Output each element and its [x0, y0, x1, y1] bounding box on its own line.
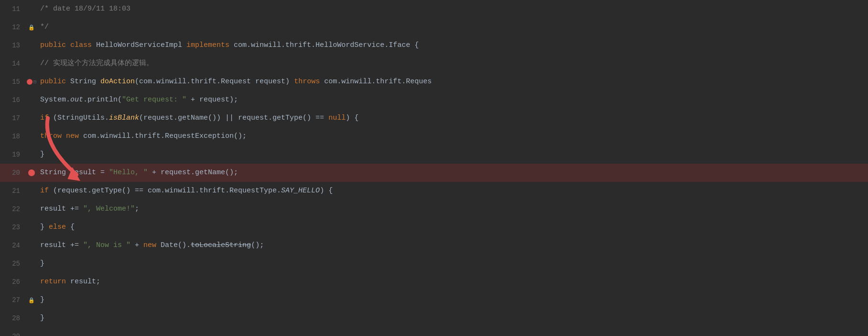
code-content: */ — [38, 18, 868, 36]
code-line: 21 if (request.getType() == com.winwill.… — [0, 182, 868, 200]
lock-icon: 🔒 — [28, 24, 35, 31]
code-content: } — [38, 146, 868, 164]
code-line: 26 return result; — [0, 273, 868, 291]
code-line: 11 /* date 18/9/11 18:03 — [0, 0, 868, 18]
code-line: 23 } else { — [0, 218, 868, 236]
code-line: 17 if (StringUtils.isBlank(request.getNa… — [0, 109, 868, 127]
code-line: 20 String result = "Hello, " + request.g… — [0, 164, 868, 182]
fold-icon: ⊟ — [33, 79, 36, 85]
line-number: 21 — [0, 187, 25, 195]
code-line: 22 result += ", Welcome!"; — [0, 200, 868, 218]
line-number: 15 — [0, 78, 25, 86]
code-content: } else { — [38, 218, 868, 236]
code-content: // 实现这个方法完成具体的逻辑。 — [38, 55, 868, 73]
fold-icon: 🔒 — [28, 297, 35, 303]
line-gutter: 🔒 — [25, 24, 38, 31]
code-content: result += ", Now is " + new Date().toLoc… — [38, 236, 868, 255]
code-content: result += ", Welcome!"; — [38, 200, 868, 218]
code-line: 19 } — [0, 146, 868, 164]
line-number: 26 — [0, 278, 25, 286]
line-number: 11 — [0, 5, 25, 13]
code-line: 16 System.out.println("Get request: " + … — [0, 91, 868, 109]
line-number: 16 — [0, 96, 25, 104]
code-line: 18 throw new com.winwill.thrift.RequestE… — [0, 127, 868, 146]
code-line: 12🔒 */ — [0, 18, 868, 36]
code-line: 25 } — [0, 255, 868, 273]
code-lines: 11 /* date 18/9/11 18:0312🔒 */13 public … — [0, 0, 868, 336]
code-content: return result; — [38, 273, 868, 291]
code-content: if (StringUtils.isBlank(request.getName(… — [38, 109, 868, 127]
line-number: 29 — [0, 333, 25, 336]
code-content: if (request.getType() == com.winwill.thr… — [38, 182, 868, 200]
line-number: 20 — [0, 169, 25, 177]
code-content: public String doAction(com.winwill.thrif… — [38, 73, 868, 91]
code-line: 29 — [0, 327, 868, 336]
line-number: 28 — [0, 314, 25, 322]
breakpoint-dot[interactable] — [28, 169, 35, 176]
line-number: 18 — [0, 133, 25, 140]
code-line: 27🔒 } — [0, 291, 868, 309]
line-number: 22 — [0, 205, 25, 213]
code-content: throw new com.winwill.thrift.RequestExce… — [38, 127, 868, 146]
code-content: /* date 18/9/11 18:03 — [38, 0, 868, 18]
line-gutter: ⊟ — [25, 79, 38, 85]
code-content: String result = "Hello, " + request.getN… — [38, 164, 868, 182]
line-number: 14 — [0, 60, 25, 67]
line-number: 17 — [0, 114, 25, 122]
line-number: 19 — [0, 151, 25, 158]
line-number: 27 — [0, 296, 25, 304]
line-number: 23 — [0, 224, 25, 231]
code-content: System.out.println("Get request: " + req… — [38, 91, 868, 109]
line-number: 25 — [0, 260, 25, 268]
line-number: 24 — [0, 242, 25, 249]
code-editor: 11 /* date 18/9/11 18:0312🔒 */13 public … — [0, 0, 868, 336]
code-line: 15 ⊟ public String doAction(com.winwill.… — [0, 73, 868, 91]
code-content: } — [38, 291, 868, 309]
code-line: 13 public class HelloWordServiceImpl imp… — [0, 36, 868, 55]
code-content: } — [38, 309, 868, 327]
line-gutter: 🔒 — [25, 297, 38, 303]
line-gutter — [25, 169, 38, 176]
code-line: 24 result += ", Now is " + new Date().to… — [0, 236, 868, 255]
line-number: 13 — [0, 42, 25, 49]
breakpoint-dot[interactable] — [27, 79, 33, 85]
code-line: 28 } — [0, 309, 868, 327]
code-content: } — [38, 255, 868, 273]
code-content: public class HelloWordServiceImpl implem… — [38, 36, 868, 55]
code-line: 14 // 实现这个方法完成具体的逻辑。 — [0, 55, 868, 73]
line-number: 12 — [0, 23, 25, 31]
